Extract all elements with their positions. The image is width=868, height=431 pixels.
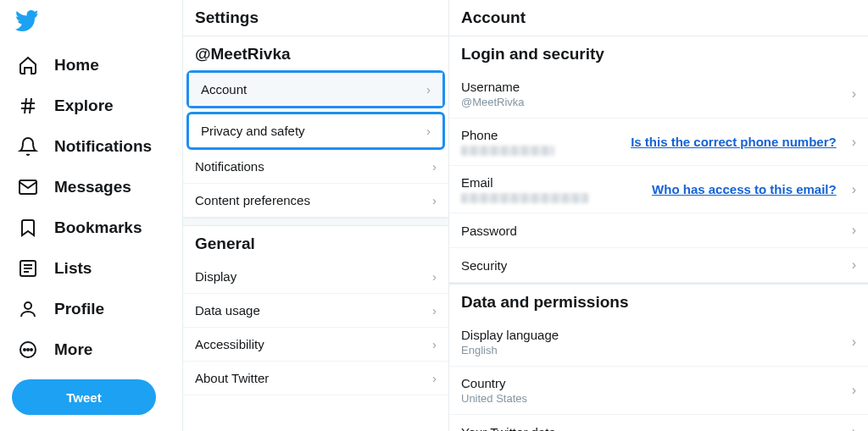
account-row-display-language[interactable]: Display language English ›: [449, 318, 868, 367]
svg-line-2: [25, 98, 26, 113]
list-icon: [17, 257, 39, 279]
phone-label: Phone: [461, 128, 554, 142]
chevron-right-icon: ›: [426, 82, 431, 97]
settings-item-privacy[interactable]: Privacy and safety ›: [189, 114, 442, 147]
chevron-right-icon: ›: [432, 303, 437, 318]
email-annotation: Who has access to this email?: [652, 182, 837, 196]
account-column: Account Login and security Username @Mee…: [449, 0, 868, 431]
settings-item-notifications[interactable]: Notifications ›: [183, 150, 448, 184]
nav-more[interactable]: More: [12, 330, 182, 369]
settings-item-label: About Twitter: [195, 371, 269, 385]
chevron-right-icon: ›: [852, 223, 856, 238]
username-value: @MeetRivka: [461, 96, 525, 108]
chevron-right-icon: ›: [432, 269, 437, 284]
chevron-right-icon: ›: [852, 182, 856, 197]
settings-item-label: Accessibility: [195, 337, 264, 351]
display-language-label: Display language: [461, 328, 559, 342]
data-permissions-title: Data and permissions: [449, 285, 868, 318]
nav-label: More: [54, 340, 92, 359]
nav-explore[interactable]: Explore: [12, 86, 182, 125]
nav-messages[interactable]: Messages: [12, 168, 182, 207]
account-title: Account: [449, 0, 868, 36]
tweet-button[interactable]: Tweet: [12, 379, 156, 415]
chevron-right-icon: ›: [432, 159, 437, 174]
nav-label: Lists: [54, 259, 92, 278]
chevron-right-icon: ›: [852, 383, 856, 398]
svg-line-3: [30, 98, 31, 113]
settings-title: Settings: [183, 0, 448, 36]
twitter-logo[interactable]: [12, 7, 182, 44]
settings-item-data-usage[interactable]: Data usage ›: [183, 294, 448, 328]
chevron-right-icon: ›: [852, 86, 856, 102]
svg-point-12: [27, 349, 29, 351]
highlight-privacy: Privacy and safety ›: [186, 112, 445, 150]
settings-general-title: General: [183, 226, 448, 260]
chevron-right-icon: ›: [852, 334, 856, 350]
svg-point-13: [31, 349, 32, 351]
settings-item-content-preferences[interactable]: Content preferences ›: [183, 184, 448, 218]
nav-label: Messages: [54, 178, 131, 196]
password-label: Password: [461, 224, 517, 238]
email-value-redacted: [461, 193, 588, 203]
login-security-title: Login and security: [449, 36, 868, 70]
nav-profile[interactable]: Profile: [12, 290, 182, 329]
home-icon: [17, 54, 39, 76]
account-row-password[interactable]: Password ›: [449, 213, 868, 248]
more-icon: [17, 339, 39, 361]
bookmark-icon: [17, 217, 39, 239]
highlight-account: Account ›: [186, 70, 445, 108]
nav-label: Notifications: [54, 137, 152, 156]
chevron-right-icon: ›: [852, 257, 856, 273]
settings-item-label: Privacy and safety: [201, 124, 305, 138]
nav-home[interactable]: Home: [12, 46, 182, 85]
svg-point-9: [25, 302, 31, 309]
nav-label: Explore: [54, 97, 114, 115]
chevron-right-icon: ›: [852, 424, 856, 431]
chevron-right-icon: ›: [432, 371, 437, 385]
country-label: Country: [461, 376, 527, 390]
nav-label: Profile: [54, 300, 104, 318]
nav-label: Home: [54, 56, 99, 75]
chevron-right-icon: ›: [852, 135, 856, 150]
settings-handle: @MeetRivka: [183, 36, 448, 70]
settings-item-label: Content preferences: [195, 193, 310, 207]
chevron-right-icon: ›: [426, 124, 431, 138]
chevron-right-icon: ›: [432, 193, 437, 207]
nav-notifications[interactable]: Notifications: [12, 127, 182, 166]
bell-icon: [17, 135, 39, 157]
settings-item-account[interactable]: Account ›: [189, 73, 442, 106]
nav-label: Bookmarks: [54, 218, 142, 237]
settings-column: Settings @MeetRivka Account › Privacy an…: [182, 0, 449, 431]
settings-item-label: Data usage: [195, 303, 260, 318]
svg-point-11: [24, 349, 25, 351]
twitter-data-label: Your Twitter data: [461, 425, 556, 432]
settings-item-label: Notifications: [195, 159, 264, 174]
display-language-value: English: [461, 344, 559, 356]
primary-nav: Home Explore Notifications Messages Book…: [0, 0, 182, 431]
mail-icon: [17, 176, 39, 198]
account-row-country[interactable]: Country United States ›: [449, 367, 868, 415]
account-row-username[interactable]: Username @MeetRivka ›: [449, 70, 868, 119]
nav-lists[interactable]: Lists: [12, 249, 182, 288]
settings-item-label: Display: [195, 269, 236, 284]
nav-bookmarks[interactable]: Bookmarks: [12, 208, 182, 247]
phone-annotation: Is this the correct phone number?: [631, 135, 837, 149]
hash-icon: [17, 95, 39, 117]
country-value: United States: [461, 392, 527, 405]
account-row-security[interactable]: Security ›: [449, 248, 868, 283]
account-row-email[interactable]: Email Who has access to this email? ›: [449, 166, 868, 213]
section-divider: [183, 218, 448, 226]
account-row-phone[interactable]: Phone Is this the correct phone number? …: [449, 119, 868, 166]
settings-item-label: Account: [201, 82, 247, 97]
email-label: Email: [461, 175, 588, 190]
phone-value-redacted: [461, 146, 554, 156]
settings-item-display[interactable]: Display ›: [183, 260, 448, 294]
settings-item-accessibility[interactable]: Accessibility ›: [183, 328, 448, 362]
security-label: Security: [461, 258, 507, 273]
chevron-right-icon: ›: [432, 337, 437, 351]
user-icon: [17, 298, 39, 320]
username-label: Username: [461, 80, 525, 94]
account-row-your-twitter-data[interactable]: Your Twitter data ›: [449, 415, 868, 431]
settings-item-about-twitter[interactable]: About Twitter ›: [183, 362, 448, 395]
